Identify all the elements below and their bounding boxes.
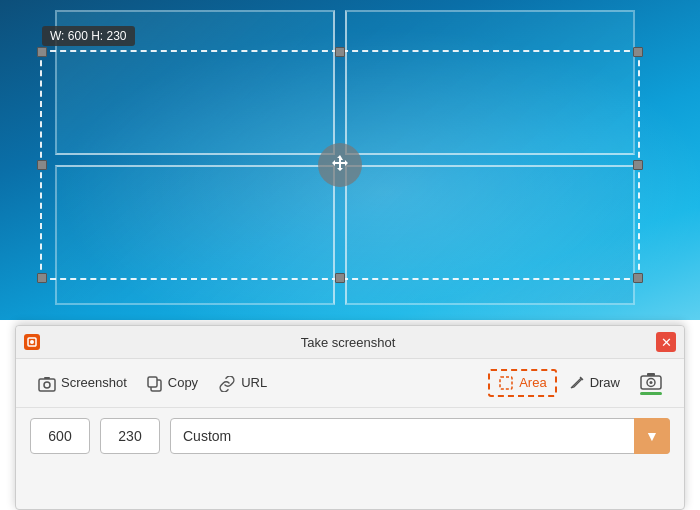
handle-middle-left[interactable]: [37, 160, 47, 170]
handle-bottom-left[interactable]: [37, 273, 47, 283]
handle-middle-right[interactable]: [633, 160, 643, 170]
area-button[interactable]: Area: [488, 369, 556, 398]
svg-rect-2: [39, 379, 55, 391]
camera-mode-button[interactable]: [632, 367, 670, 399]
screenshot-label: Screenshot: [61, 375, 127, 390]
selection-area[interactable]: W: 600 H: 230: [40, 50, 640, 280]
handle-bottom-right[interactable]: [633, 273, 643, 283]
camera-active-indicator: [640, 392, 662, 395]
desktop-background: W: 600 H: 230: [0, 0, 700, 320]
svg-rect-7: [500, 377, 512, 389]
draw-label: Draw: [590, 375, 620, 390]
handle-top-right[interactable]: [633, 47, 643, 57]
svg-point-1: [30, 340, 34, 344]
dialog-toolbar: Screenshot Copy URL: [16, 359, 684, 408]
url-button[interactable]: URL: [210, 370, 275, 396]
copy-label: Copy: [168, 375, 198, 390]
camera-icon-wrapper: [640, 371, 662, 395]
svg-point-10: [650, 381, 653, 384]
copy-button[interactable]: Copy: [139, 370, 206, 396]
svg-rect-6: [148, 377, 157, 387]
dialog-title: Take screenshot: [40, 335, 656, 350]
dialog-titlebar: Take screenshot ✕: [16, 326, 684, 359]
handle-top-middle[interactable]: [335, 47, 345, 57]
width-input[interactable]: [30, 418, 90, 454]
area-icon: [498, 375, 514, 392]
preset-select[interactable]: Custom Full screen 1280×720 1920×1080: [170, 418, 670, 454]
screenshot-button[interactable]: Screenshot: [30, 370, 135, 396]
svg-rect-11: [647, 373, 655, 376]
screenshot-icon: [38, 374, 56, 392]
move-icon[interactable]: [318, 143, 362, 187]
svg-point-3: [44, 382, 50, 388]
app-icon: [24, 334, 40, 350]
url-label: URL: [241, 375, 267, 390]
dialog-bottom: Custom Full screen 1280×720 1920×1080 ▼: [16, 408, 684, 464]
close-button[interactable]: ✕: [656, 332, 676, 352]
handle-bottom-middle[interactable]: [335, 273, 345, 283]
handle-top-left[interactable]: [37, 47, 47, 57]
dimension-label: W: 600 H: 230: [42, 26, 135, 46]
copy-icon: [147, 374, 163, 392]
svg-rect-4: [44, 377, 50, 379]
area-label: Area: [519, 375, 546, 390]
preset-select-wrapper: Custom Full screen 1280×720 1920×1080 ▼: [170, 418, 670, 454]
height-input[interactable]: [100, 418, 160, 454]
screenshot-dialog: Take screenshot ✕ Screenshot: [15, 325, 685, 510]
draw-button[interactable]: Draw: [561, 371, 628, 396]
draw-icon: [569, 375, 585, 392]
url-icon: [218, 374, 236, 392]
